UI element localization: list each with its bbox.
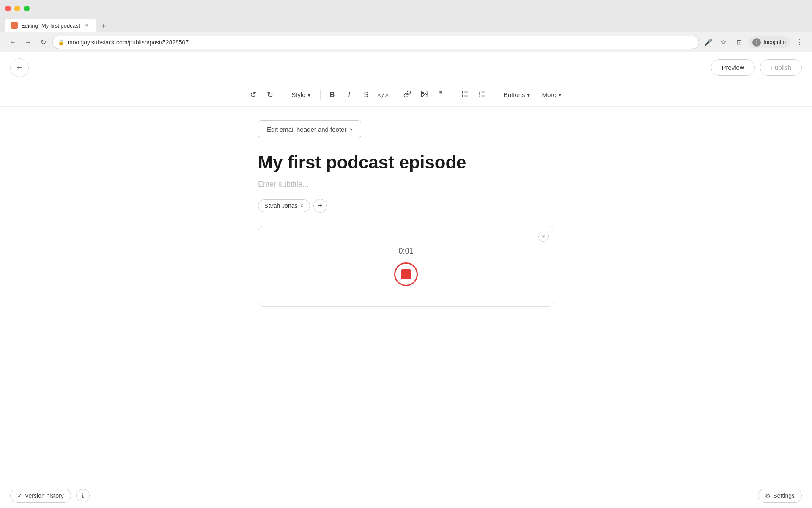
- svg-point-5: [462, 91, 463, 92]
- editor-toolbar: ↺ ↻ Style ▾ B I S </>: [0, 83, 812, 107]
- forward-icon: →: [25, 39, 31, 46]
- sidebar-button[interactable]: ⊡: [733, 36, 745, 48]
- tab-favicon: [11, 22, 18, 29]
- quote-icon: ": [439, 90, 443, 99]
- address-bar[interactable]: 🔒 moodjoy.substack.com/publish/post/5282…: [52, 36, 699, 49]
- new-tab-button[interactable]: +: [98, 20, 110, 32]
- add-author-button[interactable]: +: [313, 199, 327, 213]
- image-button[interactable]: [417, 87, 432, 102]
- bottom-bar: ✓ Version history ℹ ⚙ Settings: [0, 483, 812, 508]
- subtitle-field[interactable]: Enter subtitle...: [258, 180, 554, 189]
- more-dots-icon: ⋮: [796, 38, 803, 46]
- toolbar-divider-2: [320, 90, 321, 100]
- italic-icon: I: [348, 91, 350, 99]
- microphone-icon: 🎤: [704, 38, 713, 46]
- post-title[interactable]: My first podcast episode: [258, 152, 554, 173]
- quote-button[interactable]: ": [433, 87, 449, 102]
- link-button[interactable]: [400, 87, 415, 102]
- url-text: moodjoy.substack.com/publish/post/528285…: [68, 39, 189, 46]
- minimize-traffic-light[interactable]: [14, 6, 20, 11]
- author-row: Sarah Jonas × +: [258, 199, 554, 213]
- author-tag: Sarah Jonas ×: [258, 199, 310, 212]
- content-inner: Edit email header and footer › My first …: [258, 120, 554, 307]
- ordered-list-button[interactable]: 1 2 3: [475, 87, 490, 102]
- link-icon: [403, 90, 411, 99]
- toolbar-divider-3: [395, 90, 395, 100]
- info-button[interactable]: ℹ: [76, 489, 90, 502]
- svg-point-7: [462, 95, 463, 96]
- action-bar: ← Preview Publish: [0, 52, 812, 83]
- remove-author-button[interactable]: ×: [300, 202, 304, 209]
- more-chevron-icon: ▾: [558, 91, 562, 99]
- close-traffic-light[interactable]: [5, 6, 11, 11]
- preview-button[interactable]: Preview: [711, 59, 754, 76]
- content-area: Edit email header and footer › My first …: [0, 107, 812, 483]
- reload-button[interactable]: ↻: [37, 36, 49, 48]
- redo-icon: ↻: [267, 90, 273, 99]
- edit-header-footer-button[interactable]: Edit email header and footer ›: [258, 120, 361, 138]
- buttons-chevron-icon: ▾: [527, 91, 530, 99]
- navigation-bar: ← → ↻ 🔒 moodjoy.substack.com/publish/pos…: [0, 32, 812, 52]
- edit-header-arrow-icon: ›: [350, 125, 352, 134]
- tab-close-button[interactable]: ×: [83, 22, 90, 29]
- style-dropdown[interactable]: Style ▾: [286, 88, 315, 101]
- bullet-list-button[interactable]: [458, 87, 473, 102]
- stop-icon: [401, 269, 411, 279]
- italic-button[interactable]: I: [342, 87, 357, 102]
- bold-button[interactable]: B: [325, 87, 340, 102]
- bookmark-button[interactable]: ☆: [718, 36, 730, 48]
- bottom-left: ✓ Version history ℹ: [10, 489, 90, 503]
- microphone-button[interactable]: 🎤: [702, 36, 714, 48]
- author-name: Sarah Jonas: [264, 202, 298, 209]
- more-dropdown[interactable]: More ▾: [537, 88, 567, 101]
- profile-avatar: I: [752, 38, 761, 47]
- undo-button[interactable]: ↺: [245, 87, 261, 102]
- code-button[interactable]: </>: [376, 87, 391, 102]
- svg-point-1: [422, 92, 423, 93]
- strikethrough-icon: S: [364, 91, 368, 99]
- settings-label: Settings: [773, 492, 795, 499]
- reload-icon: ↻: [41, 38, 46, 46]
- toolbar-divider-1: [282, 90, 282, 100]
- back-icon: ←: [9, 39, 16, 46]
- buttons-label: Buttons: [504, 91, 525, 98]
- sidebar-icon: ⊡: [736, 38, 742, 46]
- redo-button[interactable]: ↻: [262, 87, 277, 102]
- toolbar-divider-5: [494, 90, 494, 100]
- active-tab[interactable]: Editing "My first podcast ×: [5, 19, 96, 32]
- profile-label: Incognito: [763, 39, 786, 45]
- tab-title: Editing "My first podcast: [21, 22, 80, 29]
- forward-button[interactable]: →: [22, 36, 34, 48]
- publish-area: Preview Publish: [711, 59, 802, 76]
- publish-button[interactable]: Publish: [760, 59, 802, 76]
- back-button[interactable]: ←: [7, 36, 19, 48]
- nav-actions: 🎤 ☆ ⊡ I Incognito ⋮: [702, 36, 805, 48]
- edit-header-label: Edit email header and footer: [267, 126, 346, 133]
- version-history-button[interactable]: ✓ Version history: [10, 489, 71, 503]
- browser-chrome: Editing "My first podcast × + ← → ↻ 🔒 mo…: [0, 0, 812, 52]
- version-history-label: Version history: [25, 492, 64, 499]
- lock-icon: 🔒: [58, 39, 64, 45]
- toolbar-divider-4: [453, 90, 453, 100]
- more-options-button[interactable]: ⋮: [793, 36, 805, 48]
- strikethrough-button[interactable]: S: [359, 87, 374, 102]
- style-label: Style: [291, 91, 305, 98]
- maximize-traffic-light[interactable]: [24, 6, 30, 11]
- audio-timer: 0:01: [398, 247, 413, 256]
- more-label: More: [542, 91, 557, 98]
- buttons-dropdown[interactable]: Buttons ▾: [499, 88, 535, 101]
- traffic-lights: [5, 6, 30, 11]
- star-icon: ☆: [721, 38, 727, 46]
- profile-pill[interactable]: I Incognito: [748, 36, 790, 48]
- back-to-dashboard-button[interactable]: ←: [10, 58, 29, 77]
- back-arrow-icon: ←: [16, 63, 23, 72]
- stop-recording-button[interactable]: [394, 262, 418, 286]
- ordered-list-icon: 1 2 3: [478, 90, 486, 99]
- settings-button[interactable]: ⚙ Settings: [758, 489, 802, 503]
- style-chevron-icon: ▾: [307, 91, 311, 99]
- audio-card-close-button[interactable]: ×: [538, 232, 549, 242]
- title-bar: [0, 0, 812, 17]
- bold-icon: B: [330, 91, 335, 99]
- undo-icon: ↺: [250, 90, 256, 99]
- tab-bar: Editing "My first podcast × +: [0, 17, 812, 32]
